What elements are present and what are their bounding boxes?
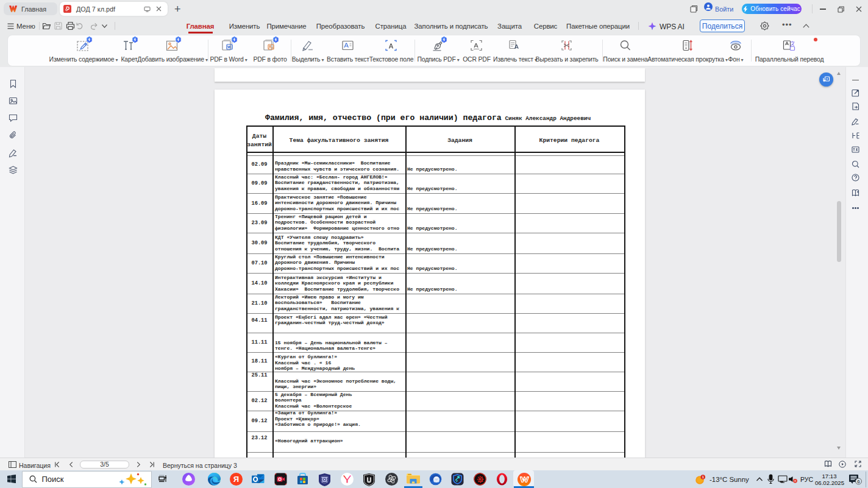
svg-text:Я: Я [233,475,238,484]
svg-text:6: 6 [857,479,860,484]
svg-text:1: 1 [702,475,704,479]
